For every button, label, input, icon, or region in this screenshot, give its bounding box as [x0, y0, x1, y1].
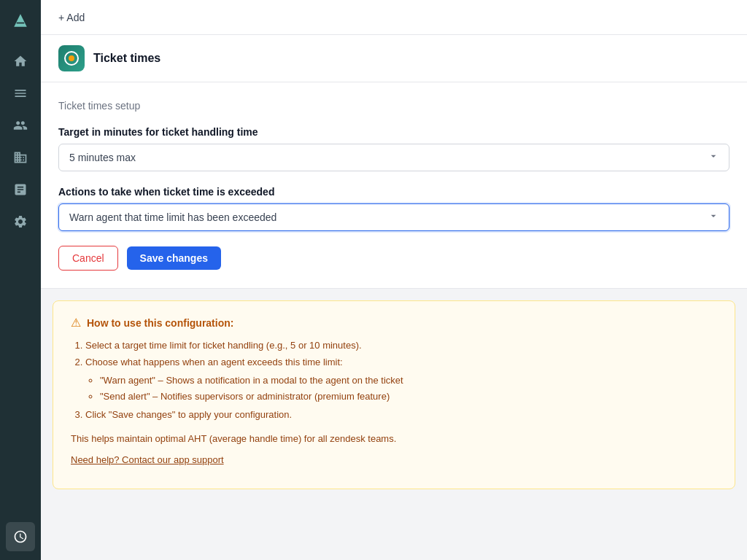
info-step-3: Click "Save changes" to apply your confi…: [85, 408, 717, 423]
sidebar-bottom: [6, 522, 35, 551]
logo: [9, 9, 32, 32]
app-header: Ticket times: [41, 35, 747, 82]
sidebar-item-settings[interactable]: [6, 207, 35, 236]
save-button[interactable]: Save changes: [127, 246, 221, 270]
help-link[interactable]: Need help? Contact our app support: [71, 454, 224, 465]
sidebar-item-home[interactable]: [6, 47, 35, 76]
sidebar-item-clock[interactable]: [6, 522, 35, 551]
actions-form-group: Actions to take when ticket time is exce…: [58, 186, 729, 231]
form-panel: Ticket times setup Target in minutes for…: [41, 82, 747, 289]
app-icon: [58, 45, 85, 71]
form-section-title: Ticket times setup: [58, 100, 729, 112]
content-area: Ticket times Ticket times setup Target i…: [41, 35, 747, 560]
target-form-group: Target in minutes for ticket handling ti…: [58, 126, 729, 171]
sidebar: [0, 0, 41, 560]
main-area: + Add Ticket times Ticket times setup Ta…: [41, 0, 747, 560]
sidebar-item-contacts[interactable]: [6, 111, 35, 140]
info-bullet-2: "Send alert" – Notifies supervisors or a…: [100, 389, 717, 405]
actions-select[interactable]: Warn agent that time limit has been exce…: [58, 203, 729, 231]
button-row: Cancel Save changes: [58, 246, 729, 271]
info-box: ⚠ How to use this configuration: Select …: [53, 300, 735, 489]
page-title: Ticket times: [93, 52, 160, 65]
info-step-2: Choose what happens when an agent exceed…: [85, 355, 717, 405]
actions-label: Actions to take when ticket time is exce…: [58, 186, 729, 198]
info-box-header: ⚠ How to use this configuration:: [71, 316, 717, 330]
sidebar-item-tickets[interactable]: [6, 79, 35, 108]
target-label: Target in minutes for ticket handling ti…: [58, 126, 729, 138]
actions-select-wrapper: Warn agent that time limit has been exce…: [58, 203, 729, 231]
warning-icon: ⚠: [71, 316, 81, 330]
info-box-title: How to use this configuration:: [87, 317, 233, 329]
sidebar-item-reports[interactable]: [6, 175, 35, 204]
target-select-wrapper: 5 minutes max 10 minutes max 15 minutes …: [58, 144, 729, 171]
target-select[interactable]: 5 minutes max 10 minutes max 15 minutes …: [58, 144, 729, 171]
cancel-button[interactable]: Cancel: [58, 246, 118, 271]
sidebar-nav: [6, 47, 35, 522]
info-step-1: Select a target time limit for ticket ha…: [85, 338, 717, 354]
info-box-body: Select a target time limit for ticket ha…: [71, 338, 717, 468]
add-button[interactable]: + Add: [53, 9, 90, 26]
sidebar-item-organization[interactable]: [6, 143, 35, 172]
topbar: + Add: [41, 0, 747, 35]
info-bullet-1: "Warn agent" – Shows a notification in a…: [100, 373, 717, 389]
info-note: This helps maintain optimal AHT (average…: [71, 432, 717, 447]
